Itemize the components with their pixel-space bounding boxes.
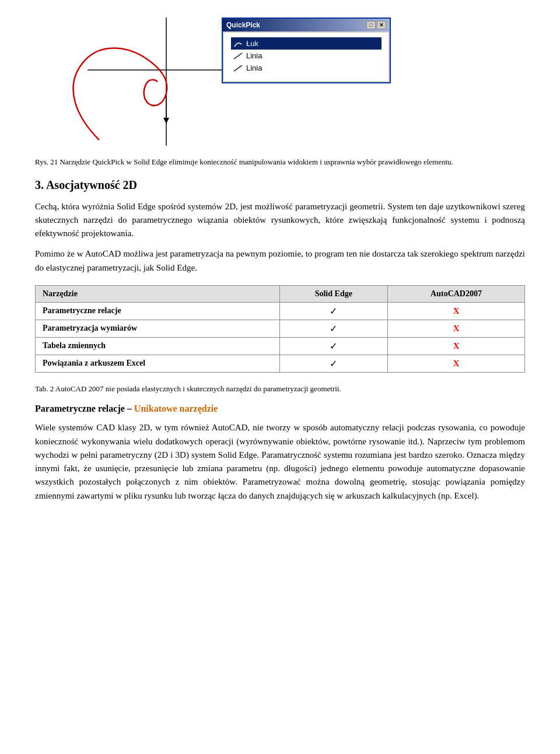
paragraph-autocad: Pomimo że w AutoCAD możliwa jest paramet… (35, 247, 525, 275)
section-number: 3. (35, 178, 44, 191)
table-row: Parametryzacja wymiarów✓X (36, 320, 525, 337)
section-intro: Cechą, która wyróżnia Solid Edge spośród… (35, 200, 525, 241)
minimize-button[interactable]: □ (366, 21, 376, 29)
svg-line-4 (234, 53, 242, 59)
table-cell-name: Powiązania z arkuszem Excel (36, 355, 280, 372)
parametric-heading-plain: Parametryczne relacje – (35, 404, 134, 413)
line-icon-1 (233, 52, 243, 60)
quickpick-item-line2[interactable]: Linia (231, 62, 382, 74)
table-cell-autocad: X (388, 355, 525, 372)
comparison-table: Narzędzie Solid Edge AutoCAD2007 Paramet… (35, 285, 525, 373)
table-cell-solidedge: ✓ (279, 302, 388, 320)
parametric-heading: Parametryczne relacje – Unikatowe narzęd… (35, 404, 525, 414)
table-cell-name: Parametryzacja wymiarów (36, 320, 280, 337)
table-row: Parametryczne relacje✓X (36, 302, 525, 320)
table-caption: Tab. 2 AutoCAD 2007 nie posiada elastycz… (35, 383, 525, 395)
table-row: Tabela zmiennych✓X (36, 337, 525, 355)
quickpick-titlebar: QuickPick □ ✕ (223, 19, 390, 31)
parametric-paragraph: Wiele systemów CAD klasy 2D, w tym równi… (35, 421, 525, 503)
line-icon-2 (233, 64, 243, 72)
page: QuickPick □ ✕ Łuk (0, 0, 560, 527)
table-cell-solidedge: ✓ (279, 320, 388, 337)
quickpick-item-line1[interactable]: Linia (231, 50, 382, 62)
section-title: Asocjatywność 2D (46, 178, 137, 191)
table-cell-name: Parametryczne relacje (36, 302, 280, 320)
quickpick-item-arc[interactable]: Łuk (231, 37, 382, 50)
titlebar-buttons: □ ✕ (366, 21, 386, 29)
svg-line-5 (234, 65, 242, 71)
quickpick-item-label-line2: Linia (246, 64, 262, 72)
quickpick-item-label-line1: Linia (246, 51, 262, 60)
table-cell-autocad: X (388, 302, 525, 320)
crosshair-drawing (52, 12, 239, 146)
table-cell-name: Tabela zmiennych (36, 337, 280, 355)
col-header-autocad: AutoCAD2007 (388, 285, 525, 302)
section-heading: 3. Asocjatywność 2D (35, 178, 525, 192)
parametric-heading-orange: Unikatowe narzędzie (134, 404, 218, 413)
quickpick-dialog: QuickPick □ ✕ Łuk (222, 17, 391, 83)
illustration-caption: Rys. 21 Narzędzie QuickPick w Solid Edge… (35, 156, 525, 168)
table-cell-solidedge: ✓ (279, 337, 388, 355)
arc-icon (233, 40, 243, 48)
col-header-tool: Narzędzie (36, 285, 280, 302)
quickpick-title: QuickPick (226, 21, 260, 29)
quickpick-content: Łuk Linia Linia (224, 33, 388, 81)
svg-marker-3 (163, 118, 169, 124)
quickpick-item-label-arc: Łuk (246, 39, 258, 48)
table-cell-autocad: X (388, 337, 525, 355)
illustration-area: QuickPick □ ✕ Łuk (35, 12, 525, 146)
close-button[interactable]: ✕ (377, 21, 386, 29)
table-header-row: Narzędzie Solid Edge AutoCAD2007 (36, 285, 525, 302)
table-row: Powiązania z arkuszem Excel✓X (36, 355, 525, 372)
table-cell-autocad: X (388, 320, 525, 337)
col-header-solidedge: Solid Edge (279, 285, 388, 302)
table-cell-solidedge: ✓ (279, 355, 388, 372)
